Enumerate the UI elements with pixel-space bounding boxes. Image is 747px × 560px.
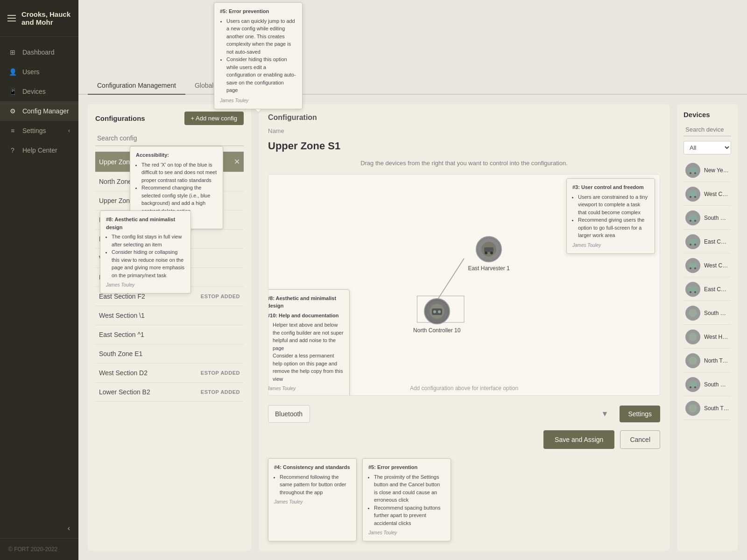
sidebar-item-dashboard[interactable]: ⊞ Dashboard [0,42,78,62]
svg-point-14 [690,196,691,198]
config-item-west-section-1[interactable]: West Section \1 [95,306,244,325]
device-item-west-harvest[interactable]: West Harvest [684,326,731,349]
svg-point-23 [690,267,691,269]
device-icon [685,210,700,225]
sidebar-item-users[interactable]: 👤 Users [0,62,78,82]
hamburger-menu[interactable] [7,15,16,21]
svg-point-29 [689,333,697,341]
help-icon: ? [8,146,17,154]
save-label: Save and Assign [555,436,603,443]
sidebar-collapse-button[interactable]: ‹ [0,518,78,538]
config-item-label: East Section F2 [99,293,145,300]
tooltip-uc-title: #3: User control and freedom [572,183,649,191]
device-item-south-tractor[interactable]: South Tractor [684,397,731,420]
svg-point-5 [490,252,493,254]
tooltip-aes2-subtitle: #10: Help and documentation [268,312,344,320]
config-item-label: East Section ^1 [99,331,144,338]
tab-config-management[interactable]: Configuration Management [88,77,185,95]
svg-point-18 [694,220,696,222]
device-name: East Controlle... [704,286,729,293]
device-item-west-controll[interactable]: West Controll... [684,183,731,206]
config-item-south-zone-e1[interactable]: South Zone E1 [95,344,244,364]
sidebar-nav: ⊞ Dashboard 👤 Users 📱 Devices ⚙ Config M… [0,37,78,518]
svg-point-27 [694,291,696,293]
harvester-label: East Harvester 1 [468,265,509,272]
device-item-south-zone-a[interactable]: South Zone A... [684,302,731,325]
device-icon [685,377,700,392]
config-item-lower-section-b2[interactable]: Lower Section B2 ESTOP ADDED [95,383,244,402]
tooltip-top-title: #5: Error prevention [220,7,296,15]
device-item-north-tractor[interactable]: North Tractor [684,350,731,372]
config-item-east-section-1[interactable]: East Section ^1 [95,325,244,344]
device-name: West Harvest [704,334,729,340]
device-item-east-controller2[interactable]: East Controlle... [684,278,731,301]
device-item-west-controll2[interactable]: West Controll... [684,254,731,277]
device-icon [685,306,700,321]
svg-rect-3 [484,247,493,252]
sidebar-footer: © FORT 2020-2022 [0,538,78,560]
canvas-node-east-harvester[interactable]: East Harvester 1 [468,236,509,272]
cancel-button[interactable]: Cancel [620,430,660,449]
config-title: Configuration [268,113,660,122]
footer-copyright: © FORT 2020-2022 [8,546,57,553]
sidebar-item-label: Devices [22,88,46,95]
device-item-new-yellow[interactable]: New Yellow R [684,159,731,182]
canvas-node-north-controller[interactable]: North Controller 10 [413,298,460,334]
config-icon: ⚙ [8,107,17,115]
svg-rect-25 [689,287,697,292]
config-item-west-section-d2[interactable]: West Section D2 ESTOP ADDED [95,364,244,383]
sidebar-item-label: Users [22,68,40,76]
add-config-label: + Add new config [191,115,237,122]
tooltip-aes1-title: #8: Aesthetic and minimalist design [106,216,185,231]
drag-hint: Drag the devices from the right that you… [268,158,660,168]
sidebar-item-help-center[interactable]: ? Help Center [0,140,78,160]
device-item-east-controller[interactable]: East Controlle... [684,231,731,253]
settings-button[interactable]: Settings [620,406,660,422]
svg-rect-22 [689,263,697,268]
top-tooltip-area: #5: Error prevention Users can quickly j… [78,0,747,72]
search-config-input[interactable] [95,131,244,146]
config-delete-button[interactable]: ✕ [234,157,240,166]
sidebar-item-devices[interactable]: 📱 Devices [0,82,78,101]
tooltip-aesthetic1: #8: Aesthetic and minimalist design The … [100,210,191,294]
tooltip-acc-title: Accessibility: [136,151,217,159]
canvas-hint: Add configuration above for interface op… [410,385,518,392]
dashboard-icon: ⊞ [8,48,17,56]
canvas-area[interactable]: East Harvester 1 North Controller 10 Add… [268,174,660,396]
tooltip-aes1-list: The config list stays in full view after… [112,233,185,279]
controller-icon [424,298,450,324]
save-assign-button[interactable]: Save and Assign [543,430,614,449]
device-item-south-controll[interactable]: South Controll... [684,207,731,230]
devices-title: Devices [684,111,731,119]
tooltip-cons-list: Recommend following the same pattern for… [280,473,351,497]
tooltip-uc-list: Users are constrained to a tiny viewport… [578,193,649,239]
sidebar: Crooks, Hauck and Mohr ⊞ Dashboard 👤 Use… [0,0,78,560]
devices-panel: Devices All New Yellow R West Controll..… [677,104,738,551]
device-icon [685,353,700,368]
sidebar-item-config-manager[interactable]: ⚙ Config Manager [0,101,78,121]
add-config-button[interactable]: + Add new config [184,112,244,125]
bluetooth-select[interactable]: Bluetooth [268,405,310,423]
device-icon [685,329,700,344]
sidebar-item-settings[interactable]: ≡ Settings ‹ [0,121,78,140]
estop-badge: ESTOP ADDED [201,294,240,299]
config-item-label: South Zone E1 [99,350,142,357]
device-list: New Yellow R West Controll... South Cont… [684,159,731,544]
device-name: South Controll... [704,381,729,388]
device-name: North Tractor [704,357,729,364]
device-filter-select[interactable]: All [684,141,731,154]
configurations-title: Configurations [95,114,145,122]
svg-point-24 [694,267,696,269]
svg-point-26 [690,291,691,293]
sidebar-item-label: Settings [22,127,46,134]
tab-label: Configuration Management [97,82,176,89]
device-search-input[interactable] [684,123,731,136]
controller-label: North Controller 10 [413,327,460,334]
svg-rect-10 [689,168,697,173]
svg-rect-31 [689,382,697,387]
bluetooth-wrapper: Bluetooth ▼ [268,405,614,423]
svg-point-20 [690,244,691,245]
configurations-panel: Configurations + Add new config Accessib… [88,104,251,551]
device-item-south-controll2[interactable]: South Controll... [684,373,731,396]
main-content: #5: Error prevention Users can quickly j… [78,0,747,560]
